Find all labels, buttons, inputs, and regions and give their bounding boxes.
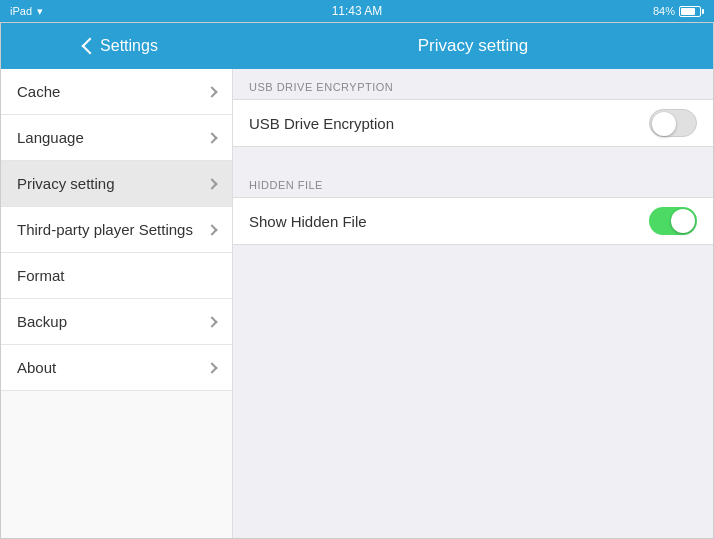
header: Settings Privacy setting [1, 23, 713, 69]
row-usb-encryption[interactable]: USB Drive Encryption [233, 100, 713, 146]
chevron-right-icon [206, 316, 217, 327]
section-content-hidden: Show Hidden File [233, 197, 713, 245]
section-header-hidden: HIDDEN FILE [233, 167, 713, 197]
status-time: 11:43 AM [332, 4, 383, 18]
carrier-label: iPad [10, 5, 32, 17]
sidebar-item-third-party[interactable]: Third-party player Settings [1, 207, 232, 253]
sidebar-item-about[interactable]: About [1, 345, 232, 391]
label-show-hidden-file: Show Hidden File [249, 213, 367, 230]
content-panel: USB DRIVE ENCRYPTION USB Drive Encryptio… [233, 69, 713, 538]
toggle-usb-encryption[interactable] [649, 109, 697, 137]
header-left: Settings [1, 37, 233, 55]
toggle-knob-usb [652, 112, 676, 136]
wifi-icon: ▾ [37, 5, 43, 18]
section-hidden-file: HIDDEN FILE Show Hidden File [233, 167, 713, 245]
app-container: Settings Privacy setting Cache Language … [0, 22, 714, 539]
sidebar-item-language[interactable]: Language [1, 115, 232, 161]
battery-percent: 84% [653, 5, 675, 17]
sidebar-item-cache[interactable]: Cache [1, 69, 232, 115]
sidebar-label-privacy: Privacy setting [17, 175, 115, 192]
back-label: Settings [100, 37, 158, 55]
sidebar-label-third-party: Third-party player Settings [17, 221, 193, 238]
chevron-right-icon [206, 86, 217, 97]
status-right: 84% [653, 5, 704, 17]
section-content-usb: USB Drive Encryption [233, 99, 713, 147]
back-button[interactable]: Settings [76, 37, 158, 55]
status-bar: iPad ▾ 11:43 AM 84% [0, 0, 714, 22]
section-header-usb: USB DRIVE ENCRYPTION [233, 69, 713, 99]
body: Cache Language Privacy setting Third-par… [1, 69, 713, 538]
label-usb-encryption: USB Drive Encryption [249, 115, 394, 132]
sidebar-label-language: Language [17, 129, 84, 146]
chevron-right-icon [206, 178, 217, 189]
row-show-hidden-file[interactable]: Show Hidden File [233, 198, 713, 244]
back-chevron-icon [82, 38, 99, 55]
sidebar-item-backup[interactable]: Backup [1, 299, 232, 345]
toggle-knob-hidden [671, 209, 695, 233]
sidebar-label-format: Format [17, 267, 65, 284]
section-usb-encryption: USB DRIVE ENCRYPTION USB Drive Encryptio… [233, 69, 713, 147]
header-right: Privacy setting [233, 36, 713, 56]
header-title: Privacy setting [418, 36, 529, 56]
sidebar-label-about: About [17, 359, 56, 376]
status-left: iPad ▾ [10, 5, 43, 18]
sidebar-label-backup: Backup [17, 313, 67, 330]
sidebar-item-privacy[interactable]: Privacy setting [1, 161, 232, 207]
battery-icon [679, 6, 704, 17]
chevron-right-icon [206, 362, 217, 373]
chevron-right-icon [206, 224, 217, 235]
sidebar: Cache Language Privacy setting Third-par… [1, 69, 233, 538]
sidebar-label-cache: Cache [17, 83, 60, 100]
chevron-right-icon [206, 132, 217, 143]
sidebar-item-format[interactable]: Format [1, 253, 232, 299]
toggle-show-hidden-file[interactable] [649, 207, 697, 235]
